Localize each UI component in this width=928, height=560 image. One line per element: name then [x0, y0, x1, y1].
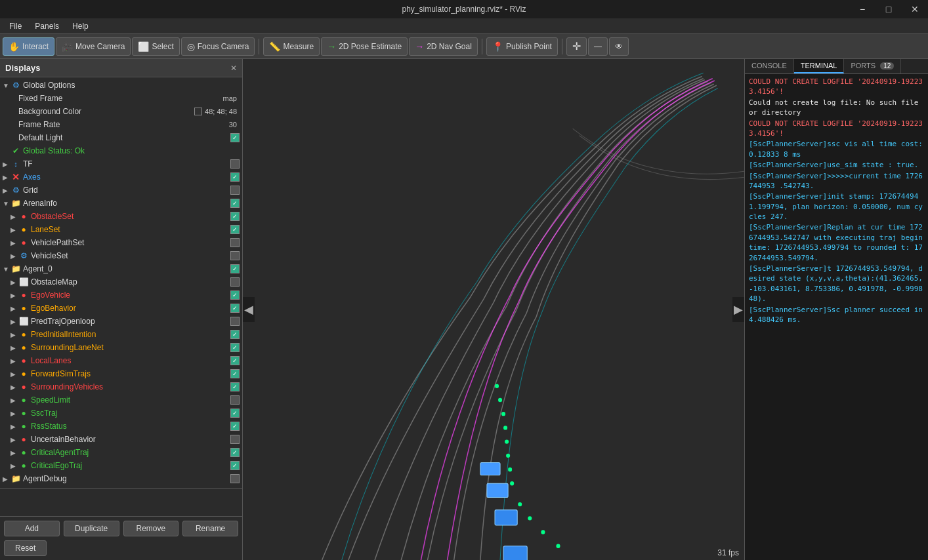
checkbox-pred-traj[interactable]: [230, 317, 240, 326]
checkbox-grid[interactable]: [230, 186, 240, 195]
tree-item-vehicle-set[interactable]: ▶ ⚙ VehicleSet: [0, 249, 242, 262]
checkbox-surrounding-vehicles[interactable]: [230, 382, 240, 391]
tree-item-ego-behavior[interactable]: ▶ ● EgoBehavior: [0, 302, 242, 315]
window-controls: − □ ✕: [849, 0, 928, 18]
window-title: phy_simulator_planning.rviz* - RViz: [402, 5, 526, 14]
arrow-arena-info: ▼: [3, 200, 11, 207]
tree-item-arena-info[interactable]: ▼ 📁 ArenaInfo: [0, 197, 242, 210]
arrow-local-lanes: ▶: [11, 357, 18, 365]
select-button[interactable]: ⬜ Select: [132, 37, 179, 56]
tree-item-surrounding-vehicles[interactable]: ▶ ● SurroundingVehicles: [0, 380, 242, 393]
label-uncertain: UncertainBehavior: [31, 435, 230, 444]
tree-item-grid[interactable]: ▶ ⚙ Grid: [0, 184, 242, 197]
checkbox-ego-vehicle[interactable]: [230, 290, 240, 300]
checkbox-uncertain[interactable]: [230, 435, 240, 444]
tree-item-rss-status[interactable]: ▶ ● RssStatus: [0, 420, 242, 433]
checkbox-default-light[interactable]: [230, 133, 240, 142]
tree-item-global-status[interactable]: ✔ Global Status: Ok: [0, 144, 242, 157]
tree-item-obstacle-set[interactable]: ▶ ● ObstacleSet: [0, 210, 242, 223]
tab-terminal[interactable]: TERMINAL: [794, 59, 845, 73]
tree-item-ssc-traj[interactable]: ▶ ● SscTraj: [0, 407, 242, 420]
interact-button[interactable]: ✋ Interact: [3, 37, 54, 56]
tree-item-pred-initial[interactable]: ▶ ● PredInitialIntention: [0, 328, 242, 341]
reset-button[interactable]: Reset: [4, 540, 47, 556]
checkbox-rss-status[interactable]: [230, 422, 240, 431]
tree-item-lane-set[interactable]: ▶ ● LaneSet: [0, 223, 242, 236]
tree-item-tf[interactable]: ▶ ↕ TF: [0, 157, 242, 170]
tree-item-frame-rate[interactable]: Frame Rate 30: [0, 118, 242, 131]
2d-pose-button[interactable]: → 2D Pose Estimate: [321, 37, 408, 56]
svg-point-7: [508, 468, 512, 471]
tree-item-agent-0[interactable]: ▼ 📁 Agent_0: [0, 262, 242, 275]
label-surrounding-vehicles: SurroundingVehicles: [31, 382, 230, 391]
duplicate-button[interactable]: Duplicate: [64, 521, 119, 536]
tree-item-forward-sim[interactable]: ▶ ● ForwardSimTrajs: [0, 367, 242, 380]
tab-console[interactable]: CONSOLE: [745, 59, 794, 73]
viewport-collapse-right[interactable]: ▶: [732, 297, 744, 322]
tree-item-local-lanes[interactable]: ▶ ● LocalLanes: [0, 354, 242, 367]
tab-ports[interactable]: PORTS 12: [844, 59, 901, 73]
checkbox-lane-set[interactable]: [230, 225, 240, 234]
tree-item-ego-vehicle[interactable]: ▶ ● EgoVehicle: [0, 289, 242, 302]
tree-item-critical-agent[interactable]: ▶ ● CriticalAgentTraj: [0, 446, 242, 459]
checkbox-local-lanes[interactable]: [230, 356, 240, 365]
icon-arena-info: 📁: [11, 198, 21, 209]
checkbox-speed-limit[interactable]: [230, 395, 240, 405]
tree-item-bg-color[interactable]: Background Color 48; 48; 48: [0, 105, 242, 118]
crosshair-button[interactable]: ✛: [566, 37, 587, 56]
tree-item-axes[interactable]: ▶ ✕ Axes: [0, 170, 242, 184]
checkbox-axes[interactable]: [230, 172, 240, 182]
tree-item-speed-limit[interactable]: ▶ ● SpeedLimit: [0, 393, 242, 407]
checkbox-forward-sim[interactable]: [230, 369, 240, 378]
label-critical-agent: CriticalAgentTraj: [31, 448, 230, 457]
checkbox-obstacle-map[interactable]: [230, 277, 240, 287]
close-button[interactable]: ✕: [902, 0, 928, 18]
remove-button[interactable]: Remove: [123, 521, 179, 536]
menu-file[interactable]: File: [3, 20, 28, 32]
checkbox-ssc-traj[interactable]: [230, 409, 240, 418]
checkbox-ego-behavior[interactable]: [230, 304, 240, 313]
icon-grid: ⚙: [11, 185, 21, 195]
checkbox-critical-ego[interactable]: [230, 461, 240, 470]
minimize-button[interactable]: −: [849, 0, 875, 18]
checkbox-pred-initial[interactable]: [230, 330, 240, 339]
move-camera-button[interactable]: 🎥 Move Camera: [56, 37, 131, 56]
tree-item-critical-ego[interactable]: ▶ ● CriticalEgoTraj: [0, 459, 242, 472]
icon-global-options: ⚙: [11, 80, 21, 90]
terminal-content[interactable]: COULD NOT CREATE LOGFILE '20240919-19223…: [745, 74, 928, 560]
tree-item-obstacle-map[interactable]: ▶ ⬜ ObstacleMap: [0, 275, 242, 289]
add-button[interactable]: Add: [4, 521, 60, 536]
menu-help[interactable]: Help: [66, 20, 95, 32]
checkbox-surrounding-lane[interactable]: [230, 343, 240, 352]
checkbox-vehicle-set[interactable]: [230, 251, 240, 260]
checkbox-arena-info[interactable]: [230, 199, 240, 208]
minus-button[interactable]: —: [588, 37, 608, 56]
checkbox-tf[interactable]: [230, 159, 240, 169]
measure-button[interactable]: 📏 Measure: [263, 37, 320, 56]
tree-item-surrounding-lane[interactable]: ▶ ● SurroundingLaneNet: [0, 341, 242, 354]
tree-item-global-options[interactable]: ▼ ⚙ Global Options: [0, 79, 242, 92]
ports-badge: 12: [880, 62, 894, 70]
tree-item-agent-debug[interactable]: ▶ 📁 AgentDebug: [0, 472, 242, 485]
displays-close-button[interactable]: ✕: [230, 64, 237, 73]
viewport-collapse-left[interactable]: ◀: [243, 297, 255, 322]
tree-container[interactable]: ▼ ⚙ Global Options Fixed Frame map Backg…: [0, 77, 242, 516]
tree-item-vehicle-path-set[interactable]: ▶ ● VehiclePathSet: [0, 236, 242, 249]
focus-camera-button[interactable]: ◎ Focus Camera: [181, 37, 255, 56]
checkbox-agent-0[interactable]: [230, 264, 240, 273]
viewport[interactable]: ◀ ▶ 31 fps: [243, 59, 744, 560]
tree-item-fixed-frame[interactable]: Fixed Frame map: [0, 92, 242, 105]
tree-item-pred-traj[interactable]: ▶ ⬜ PredTrajOpenloop: [0, 315, 242, 328]
tree-item-uncertain[interactable]: ▶ ● UncertainBehavior: [0, 433, 242, 446]
tree-item-default-light[interactable]: Default Light: [0, 131, 242, 144]
checkbox-vehicle-path-set[interactable]: [230, 238, 240, 247]
checkbox-agent-debug[interactable]: [230, 474, 240, 483]
rename-button[interactable]: Rename: [182, 521, 238, 536]
menu-panels[interactable]: Panels: [28, 20, 66, 32]
checkbox-obstacle-set[interactable]: [230, 212, 240, 221]
publish-point-button[interactable]: 📍 Publish Point: [486, 37, 558, 56]
checkbox-critical-agent[interactable]: [230, 448, 240, 457]
maximize-button[interactable]: □: [875, 0, 902, 18]
camera-settings-button[interactable]: 👁: [609, 37, 629, 56]
2d-nav-button[interactable]: → 2D Nav Goal: [409, 37, 478, 56]
